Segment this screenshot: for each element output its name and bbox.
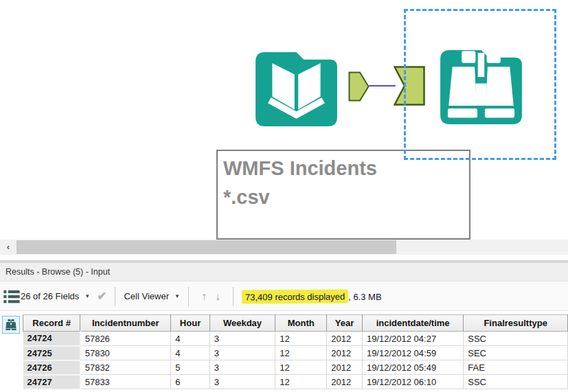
chevron-down-icon[interactable]: ▼: [174, 293, 180, 299]
records-table[interactable]: Record #IncidentnumberHourWeekdayMonthYe…: [23, 314, 568, 390]
table-cell[interactable]: 12: [275, 375, 327, 389]
table-row: 24724578264312201219/12/2012 04:27SSC: [23, 332, 568, 346]
table-cell[interactable]: 19/12/2012 04:59: [362, 346, 463, 360]
table-cell[interactable]: 57832: [80, 360, 171, 375]
results-pane-title: Results - Browse (5) - Input: [0, 263, 568, 281]
table-cell[interactable]: SSC: [464, 375, 568, 389]
table-cell[interactable]: 12: [275, 346, 327, 360]
row-header-cell[interactable]: 24724: [23, 332, 80, 346]
table-cell[interactable]: 57826: [80, 332, 171, 346]
table-cell[interactable]: 12: [275, 360, 327, 375]
table-cell[interactable]: 3: [209, 375, 275, 389]
table-cell[interactable]: 57830: [80, 346, 171, 360]
column-header[interactable]: Weekday: [209, 315, 275, 332]
table-cell[interactable]: 2012: [327, 346, 363, 360]
column-header[interactable]: Incidentnumber: [80, 315, 171, 332]
chevron-down-icon[interactable]: ▼: [84, 293, 90, 299]
table-body: 24724578264312201219/12/2012 04:27SSC247…: [23, 332, 568, 389]
table-cell[interactable]: SSC: [464, 332, 568, 346]
cell-viewer-dropdown[interactable]: Cell Viewer: [124, 291, 169, 301]
column-header[interactable]: Year: [327, 315, 363, 332]
scrollbar-thumb[interactable]: [16, 240, 396, 254]
table-cell[interactable]: 12: [275, 332, 327, 346]
workflow-canvas[interactable]: WMFS Incidents *.csv: [0, 0, 568, 240]
apply-check-icon[interactable]: ✔: [97, 289, 106, 303]
table-cell[interactable]: 57833: [80, 375, 171, 389]
table-row: 24727578336312201219/12/2012 06:10SSC: [23, 375, 568, 389]
connection-line[interactable]: [369, 85, 396, 87]
table-cell[interactable]: 6: [171, 375, 209, 389]
input-data-icon: [249, 39, 343, 132]
table-cell[interactable]: 19/12/2012 06:10: [362, 375, 463, 389]
table-cell[interactable]: 2012: [327, 375, 363, 389]
records-count-highlight: 73,409 records displayed: [242, 289, 348, 303]
row-header-cell[interactable]: 24727: [23, 375, 80, 389]
table-cell[interactable]: FAE: [464, 360, 568, 375]
table-cell[interactable]: 5: [171, 360, 209, 375]
scroll-left-button[interactable]: ‹: [0, 240, 16, 255]
table-cell[interactable]: 2012: [327, 332, 363, 346]
row-header-cell[interactable]: 24725: [23, 346, 80, 360]
tool-selection-rect: [404, 9, 556, 160]
table-cell[interactable]: SEC: [464, 346, 568, 360]
table-cell[interactable]: 3: [209, 360, 275, 375]
output-anchor-icon[interactable]: [348, 71, 370, 102]
input-data-tool[interactable]: [249, 39, 343, 135]
table-cell[interactable]: 3: [209, 332, 275, 346]
table-cell[interactable]: 2012: [327, 360, 363, 375]
toolbar-separator: [115, 287, 115, 306]
table-row: 24725578304312201219/12/2012 04:59SEC: [23, 346, 568, 360]
horizontal-scrollbar[interactable]: ‹: [0, 240, 568, 255]
column-header[interactable]: incidentdate/time: [362, 315, 463, 332]
arrow-down-icon[interactable]: ↓: [215, 290, 220, 303]
table-cell[interactable]: 4: [171, 346, 209, 360]
table-cell[interactable]: 19/12/2012 05:49: [362, 360, 463, 375]
row-header-cell[interactable]: 24726: [23, 360, 80, 375]
table-head: Record #IncidentnumberHourWeekdayMonthYe…: [23, 315, 568, 332]
column-header[interactable]: Hour: [171, 315, 209, 332]
column-header[interactable]: Month: [275, 315, 327, 332]
records-list-icon[interactable]: [3, 288, 21, 305]
fields-dropdown[interactable]: 26 of 26 Fields: [21, 291, 79, 301]
annotation-line2: *.csv: [223, 183, 464, 211]
rail-drag-handle-icon[interactable]: ∙ ∙ ∙: [4, 275, 20, 282]
records-size-text: , 6.3 MB: [348, 292, 381, 302]
column-header[interactable]: Finalresulttype: [464, 315, 568, 332]
column-header[interactable]: Record #: [23, 315, 80, 332]
toolbar-separator: [188, 287, 189, 306]
browse-mini-binoculars-icon[interactable]: [2, 316, 20, 334]
table-cell[interactable]: 3: [209, 346, 275, 360]
toolbar-separator: [233, 287, 234, 306]
results-toolbar: 26 of 26 Fields ▼ ✔ Cell Viewer ▼ ↑ ↓ 73…: [0, 281, 568, 311]
table-cell[interactable]: 19/12/2012 04:27: [362, 332, 463, 346]
header-row: Record #IncidentnumberHourWeekdayMonthYe…: [23, 315, 568, 332]
table-row: 24726578325312201219/12/2012 05:49FAE: [23, 360, 568, 375]
table-cell[interactable]: 4: [171, 332, 209, 346]
annotation-box[interactable]: WMFS Incidents *.csv: [216, 150, 470, 240]
arrow-up-icon[interactable]: ↑: [201, 290, 207, 303]
